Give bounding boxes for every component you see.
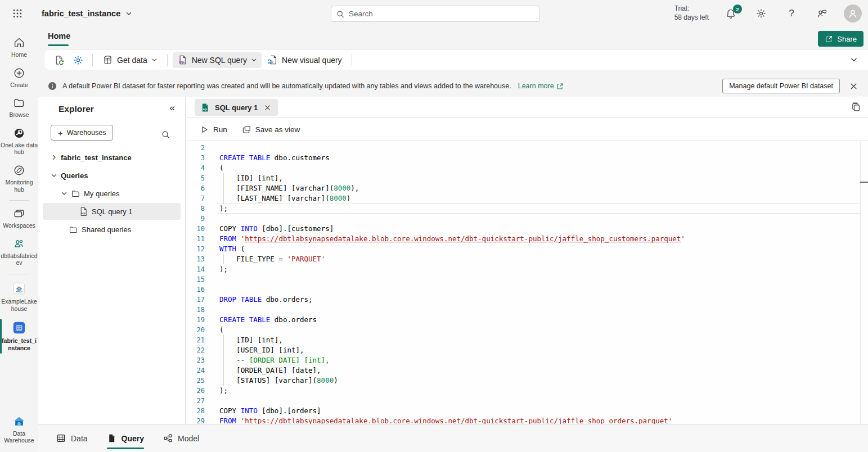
tree-item-my-queries[interactable]: My queries	[38, 184, 185, 202]
manage-default-dataset-button[interactable]: Manage default Power BI dataset	[722, 79, 840, 93]
sidebar-item-data-warehouse[interactable]: Data Warehouse	[0, 410, 38, 449]
chevron-right-icon[interactable]	[51, 154, 57, 161]
code-line-11[interactable]: 11FROM 'https://dbtlabsynapsedatalake.bl…	[186, 234, 868, 244]
code-line-24[interactable]: 24 [ORDER_DATE] [date],	[186, 365, 868, 376]
notifications-button[interactable]: 2	[722, 5, 739, 22]
code-line-25[interactable]: 25 [STATUS] [varchar](8000)	[186, 376, 868, 386]
code-line-7[interactable]: 7 [LAST_NAME] [varchar](8000)	[186, 193, 868, 204]
code-line-17[interactable]: 17DROP TABLE dbo.orders;	[186, 295, 868, 305]
code-line-18[interactable]: 18	[186, 305, 868, 315]
help-button[interactable]: ?	[783, 5, 800, 22]
code-text: FILE_TYPE = 'PARQUET'	[219, 254, 325, 264]
tab-sql-query-1[interactable]: SQL SQL query 1	[195, 99, 278, 116]
new-sql-query-button[interactable]: SQL New SQL query	[173, 52, 262, 68]
code-line-20[interactable]: 20(	[186, 325, 868, 335]
code-line-4[interactable]: 4(	[186, 163, 868, 173]
sql-code-editor[interactable]: 23CREATE TABLE dbo.customers4(5 [ID] [in…	[186, 142, 868, 424]
chevron-down-icon[interactable]	[51, 172, 57, 179]
sidebar-item-dbtlabsfabricdev[interactable]: dbtlabsfabricdev	[0, 234, 38, 271]
code-text: (	[219, 163, 224, 173]
tree-item-sql-query-1[interactable]: SQLSQL query 1	[38, 202, 185, 220]
trial-label: Trial:	[674, 4, 709, 13]
sidebar-item-monitoring-hub[interactable]: Monitoring hub	[0, 160, 38, 197]
code-line-9[interactable]: 9	[186, 214, 868, 224]
sql-file-green-icon: SQL	[200, 103, 210, 112]
folder-icon	[69, 225, 78, 234]
editor-panel: SQL SQL query 1 Run Save as view	[186, 97, 868, 424]
code-text: CREATE TABLE dbo.orders	[219, 315, 317, 325]
code-text: COPY INTO [dbo].[orders]	[219, 406, 321, 416]
tab-home-underline	[48, 44, 69, 46]
banner-close-button[interactable]	[845, 78, 861, 94]
code-text: [LAST_NAME] [varchar](8000)	[219, 193, 350, 204]
code-line-8[interactable]: 8);	[186, 204, 868, 214]
bottom-tab-data[interactable]: Data	[56, 424, 88, 452]
warehouse-settings-button[interactable]	[69, 52, 87, 68]
code-line-23[interactable]: 23 -- [ORDER_DATE] [int],	[186, 355, 868, 365]
code-line-5[interactable]: 5 [ID] [int],	[186, 173, 868, 183]
tab-home[interactable]: Home	[48, 31, 70, 40]
bottom-tab-model[interactable]: Model	[163, 424, 199, 452]
code-line-12[interactable]: 12WITH (	[186, 244, 868, 254]
tree-item-shared-queries[interactable]: Shared queries	[38, 220, 185, 238]
sidebar-item-fabric-test-instance[interactable]: fabric_test_instance	[0, 317, 38, 356]
code-line-26[interactable]: 26);	[186, 386, 868, 396]
code-line-10[interactable]: 10COPY INTO [dbo].[customers]	[186, 224, 868, 234]
bottom-tab-query[interactable]: Query	[107, 424, 144, 452]
ribbon-collapse-chevron-icon[interactable]	[850, 56, 858, 64]
sidebar-item-home[interactable]: Home	[0, 33, 38, 63]
sidebar-item-create[interactable]: Create	[0, 63, 38, 93]
code-line-16[interactable]: 16	[186, 284, 868, 295]
learn-more-link[interactable]: Learn more	[518, 82, 564, 90]
code-line-13[interactable]: 13 FILE_TYPE = 'PARQUET'	[186, 254, 868, 264]
sidebar-item-browse[interactable]: Browse	[0, 93, 38, 123]
toolbar-divider	[92, 54, 93, 66]
tree-item-label: My queries	[84, 189, 120, 198]
code-line-28[interactable]: 28COPY INTO [dbo].[orders]	[186, 406, 868, 416]
editor-scrollbar[interactable]	[860, 142, 861, 424]
code-line-29[interactable]: 29FROM 'https://dbtlabsynapsedatalake.bl…	[186, 416, 868, 424]
run-button[interactable]: Run	[195, 121, 232, 137]
new-item-button[interactable]	[50, 52, 68, 68]
tree-item-queries[interactable]: Queries	[38, 166, 185, 184]
code-line-15[interactable]: 15	[186, 274, 868, 284]
info-icon	[48, 82, 57, 91]
data-warehouse-icon	[12, 414, 26, 428]
banner-message: A default Power BI dataset for faster re…	[62, 82, 511, 90]
new-visual-query-button[interactable]: New visual query	[263, 52, 347, 68]
save-as-view-button[interactable]: Save as view	[237, 121, 305, 137]
add-warehouses-button[interactable]: + Warehouses	[51, 125, 113, 141]
share-label: Share	[837, 35, 857, 43]
tree-item-fabric-test-instance[interactable]: fabric_test_instance	[38, 148, 185, 166]
explorer-tree: fabric_test_instanceQueriesMy queriesSQL…	[38, 148, 185, 238]
sidebar-item-workspaces[interactable]: Workspaces	[0, 204, 38, 234]
code-line-3[interactable]: 3CREATE TABLE dbo.customers	[186, 153, 868, 163]
tab-close-button[interactable]	[263, 103, 272, 112]
get-data-button[interactable]: Get data	[98, 52, 162, 68]
gear-icon	[755, 8, 767, 19]
sidebar-item-examplelakehouse[interactable]: ExampleLakehouse	[0, 277, 38, 317]
code-line-19[interactable]: 19CREATE TABLE dbo.orders	[186, 315, 868, 325]
code-line-6[interactable]: 6 [FIRST_NAME] [varchar](8000),	[186, 183, 868, 193]
layers-icon	[13, 207, 25, 220]
code-line-2[interactable]: 2	[186, 143, 868, 153]
share-button[interactable]: Share	[818, 31, 863, 47]
search-input[interactable]	[349, 10, 535, 18]
app-launcher-icon[interactable]	[8, 4, 27, 22]
trial-status: Trial: 58 days left	[674, 4, 709, 22]
tree-item-label: Shared queries	[82, 225, 131, 234]
code-line-14[interactable]: 14);	[186, 264, 868, 274]
feedback-button[interactable]	[813, 5, 830, 22]
code-line-27[interactable]: 27	[186, 396, 868, 406]
explorer-search-button[interactable]	[157, 126, 174, 143]
database-icon	[102, 55, 113, 65]
sidebar-item-onelake-data-hub[interactable]: OneLake data hub	[0, 123, 38, 160]
copy-icon[interactable]	[851, 102, 861, 112]
collapse-panel-icon[interactable]: «	[170, 102, 175, 114]
settings-button[interactable]	[753, 5, 770, 22]
avatar[interactable]	[844, 4, 862, 22]
workspace-switcher[interactable]: fabric_test_instance	[42, 0, 132, 27]
chevron-down-icon[interactable]	[61, 190, 68, 197]
code-line-21[interactable]: 21 [ID] [int],	[186, 335, 868, 345]
code-line-22[interactable]: 22 [USER_ID] [int],	[186, 345, 868, 355]
